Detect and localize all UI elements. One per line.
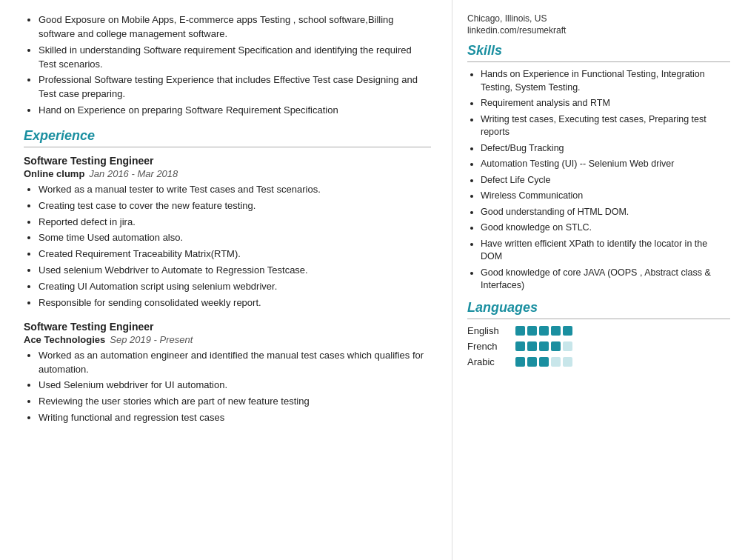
skill-item: Automation Testing (UI) -- Selenium Web …	[481, 158, 730, 171]
dot-filled	[539, 326, 549, 336]
exp-bullet: Creating test case to cover the new feat…	[39, 199, 431, 213]
skill-item: Good knowledge of core JAVA (OOPS , Abst…	[481, 267, 730, 293]
dot-filled	[515, 357, 525, 367]
exp-bullet: Writing functional and regression test c…	[39, 411, 431, 425]
exp-title: Software Testing Engineer	[24, 155, 431, 167]
dot-filled	[551, 341, 561, 351]
language-row: Arabic	[467, 356, 730, 367]
languages-list: EnglishFrenchArabic	[467, 325, 730, 367]
skill-item: Requirement analysis and RTM	[481, 97, 730, 110]
dot-filled	[527, 341, 537, 351]
dot-filled	[515, 341, 525, 351]
exp-bullets: Worked as a manual tester to write Test …	[24, 183, 431, 310]
objective-bullet: Professional Software testing Experience…	[39, 73, 431, 101]
exp-title: Software Testing Engineer	[24, 321, 431, 333]
exp-company-line: Ace TechnologiesSep 2019 - Present	[24, 334, 431, 345]
objective-list: Good Exposure on Mobile Apps, E-commerce…	[24, 13, 431, 118]
skills-divider	[467, 61, 730, 62]
experience-section-title: Experience	[24, 128, 431, 144]
exp-bullet: Responsible for sending consolidated wee…	[39, 296, 431, 310]
skill-item: Defect/Bug Tracking	[481, 142, 730, 156]
language-dots	[515, 326, 572, 336]
objective-bullet: Skilled in understanding Software requir…	[39, 44, 431, 72]
skill-item: Good understanding of HTML DOM.	[481, 206, 730, 219]
dot-filled	[563, 326, 572, 336]
skill-item: Writing test cases, Executing test cases…	[481, 113, 730, 139]
dot-filled	[527, 357, 537, 367]
language-dots	[515, 341, 572, 351]
skill-item: Good knowledge on STLC.	[481, 221, 730, 235]
linkedin: linkedin.com/resumekraft	[467, 25, 730, 36]
language-dots	[515, 357, 572, 367]
right-column: Chicago, Illinois, US linkedin.com/resum…	[452, 0, 745, 560]
dot-filled	[527, 326, 537, 336]
exp-company: Ace Technologies	[24, 334, 105, 345]
skill-item: Defect Life Cycle	[481, 174, 730, 187]
exp-bullets: Worked as an automation engineer and ide…	[24, 349, 431, 425]
skill-item: Wireless Communication	[481, 190, 730, 203]
exp-company-line: Online clumpJan 2016 - Mar 2018	[24, 168, 431, 179]
exp-company: Online clump	[24, 168, 84, 179]
exp-dates: Jan 2016 - Mar 2018	[89, 168, 178, 179]
language-row: French	[467, 341, 730, 352]
exp-dates: Sep 2019 - Present	[110, 334, 193, 345]
experience-block: Software Testing EngineerOnline clumpJan…	[24, 155, 431, 310]
dot-filled	[539, 341, 549, 351]
languages-section-title: Languages	[467, 300, 730, 316]
language-row: English	[467, 325, 730, 336]
language-name: French	[467, 341, 515, 352]
location: Chicago, Illinois, US	[467, 13, 730, 24]
exp-bullet: Created Requirement Traceability Matrix(…	[39, 247, 431, 261]
exp-bullet: Some time Used automation also.	[39, 231, 431, 245]
dot-filled	[551, 326, 561, 336]
dot-filled	[515, 326, 525, 336]
experience-block: Software Testing EngineerAce Technologie…	[24, 321, 431, 425]
exp-bullet: Reported defect in jira.	[39, 216, 431, 230]
skills-list: Hands on Experience in Functional Testin…	[467, 68, 730, 293]
dot-empty	[563, 341, 572, 351]
dot-filled	[539, 357, 549, 367]
dot-empty	[551, 357, 561, 367]
exp-bullet: Used Selenium webdriver for UI automatio…	[39, 379, 431, 393]
experience-divider	[24, 147, 431, 147]
language-name: Arabic	[467, 356, 515, 367]
exp-bullet: Worked as an automation engineer and ide…	[39, 349, 431, 377]
exp-bullet: Creating UI Automation script using sele…	[39, 280, 431, 294]
objective-bullet: Good Exposure on Mobile Apps, E-commerce…	[39, 13, 431, 41]
skill-item: Have written efficient XPath to identify…	[481, 238, 730, 264]
objective-bullet: Hand on Experience on preparing Software…	[39, 104, 431, 118]
left-column: Good Exposure on Mobile Apps, E-commerce…	[0, 0, 452, 560]
resume-container: Good Exposure on Mobile Apps, E-commerce…	[0, 0, 745, 560]
skills-section-title: Skills	[467, 43, 730, 59]
experience-blocks: Software Testing EngineerOnline clumpJan…	[24, 155, 431, 425]
language-name: English	[467, 325, 515, 336]
exp-bullet: Used selenium Webdriver to Automate to R…	[39, 264, 431, 278]
dot-empty	[563, 357, 572, 367]
exp-bullet: Reviewing the user stories which are par…	[39, 395, 431, 409]
exp-bullet: Worked as a manual tester to write Test …	[39, 183, 431, 197]
skill-item: Hands on Experience in Functional Testin…	[481, 68, 730, 94]
languages-divider	[467, 319, 730, 319]
